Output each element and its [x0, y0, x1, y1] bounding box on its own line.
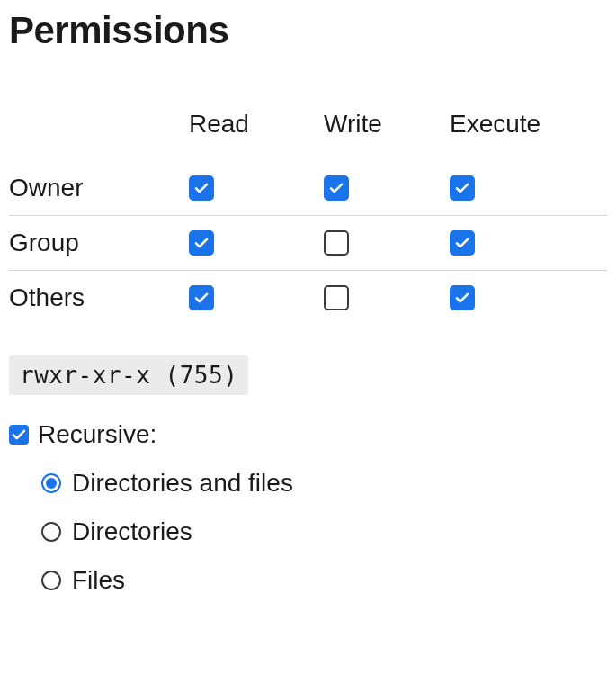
perm-group-read-checkbox[interactable] [189, 230, 214, 256]
col-header-execute: Execute [450, 97, 607, 161]
recursive-option-radio[interactable] [41, 522, 61, 542]
table-row: Others [9, 271, 607, 326]
perm-others-write-checkbox[interactable] [324, 285, 349, 310]
col-header-write: Write [324, 97, 450, 161]
perm-others-read-checkbox[interactable] [189, 285, 214, 310]
col-header-read: Read [189, 97, 324, 161]
recursive-label: Recursive: [38, 420, 156, 449]
page-title: Permissions [9, 9, 607, 52]
table-row: Group [9, 216, 607, 271]
table-row: Owner [9, 161, 607, 216]
recursive-option-label: Files [72, 566, 125, 595]
perm-owner-read-checkbox[interactable] [189, 175, 214, 201]
perm-group-write-checkbox[interactable] [324, 230, 349, 256]
recursive-option-radio[interactable] [41, 473, 61, 493]
row-label: Group [9, 216, 189, 271]
permissions-table: Read Write Execute OwnerGroupOthers [9, 97, 607, 325]
row-label: Others [9, 271, 189, 326]
mode-string: rwxr-xr-x (755) [9, 355, 248, 395]
recursive-option-label: Directories [72, 517, 192, 546]
recursive-option-label: Directories and files [72, 469, 293, 498]
recursive-option-radio[interactable] [41, 571, 61, 590]
perm-owner-execute-checkbox[interactable] [450, 175, 475, 201]
perm-others-execute-checkbox[interactable] [450, 285, 475, 310]
perm-group-execute-checkbox[interactable] [450, 230, 475, 256]
row-label: Owner [9, 161, 189, 216]
recursive-checkbox[interactable] [9, 425, 29, 445]
perm-owner-write-checkbox[interactable] [324, 175, 349, 201]
